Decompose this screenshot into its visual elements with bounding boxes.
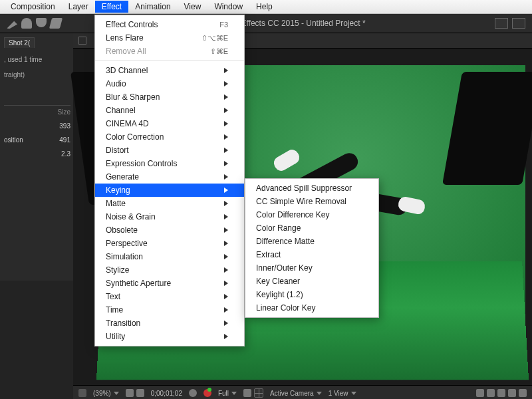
composition-toolbar: (39%) 0;00;01;02 Full Active Camera 1 Vi…	[73, 385, 532, 399]
views-dropdown[interactable]: 1 View	[329, 390, 348, 397]
submenu-arrow-icon	[224, 81, 228, 86]
effect-category-item[interactable]: Matte	[95, 197, 244, 210]
effect-category-item[interactable]: Distort	[95, 144, 244, 157]
effect-category-item[interactable]: CINEMA 4D	[95, 117, 244, 130]
transparency-grid-icon[interactable]	[136, 389, 144, 397]
menu-window[interactable]: Window	[207, 1, 249, 13]
effect-category-item[interactable]: 3D Channel	[95, 64, 244, 77]
effect-category-item[interactable]: Perspective	[95, 237, 244, 250]
effect-category-item[interactable]: Utility	[95, 330, 244, 343]
fast-preview-icon[interactable]	[487, 389, 495, 397]
submenu-arrow-icon	[224, 294, 228, 299]
resolution-icon[interactable]	[126, 389, 134, 397]
effect-category-item[interactable]: Blur & Sharpen	[95, 90, 244, 104]
effect-category-item[interactable]: Keying	[95, 184, 244, 197]
pixel-aspect-icon[interactable]	[476, 389, 484, 397]
zoom-level[interactable]: (39%)	[93, 390, 111, 397]
effect-category-item[interactable]: Audio	[95, 77, 244, 90]
effect-category-item[interactable]: Obsolete	[95, 223, 244, 237]
effect-category-item[interactable]: Expression Controls	[95, 157, 244, 170]
effect-category-item[interactable]: Simulation	[95, 250, 244, 263]
timecode[interactable]: 0;00;01;02	[151, 390, 182, 397]
snapshot-icon[interactable]	[189, 389, 197, 397]
menu-composition[interactable]: Composition	[4, 1, 62, 13]
app-toolbar: Adobe After Effects CC 2015 - Untitled P…	[0, 14, 532, 33]
effect-category-item[interactable]: Synthetic Aperture	[95, 277, 244, 290]
submenu-arrow-icon	[224, 121, 228, 126]
menu-view[interactable]: View	[178, 1, 208, 13]
quality-dropdown[interactable]: Full	[218, 390, 229, 397]
submenu-arrow-icon	[224, 241, 228, 246]
mask-toggle-icon[interactable]	[78, 389, 86, 397]
zoom-dropdown-icon[interactable]	[114, 392, 119, 395]
effect-category-item[interactable]: Stylize	[95, 263, 244, 277]
keying-submenu-item[interactable]: CC Simple Wire Removal	[245, 195, 378, 208]
channel-icon[interactable]	[203, 389, 211, 397]
effect-menu-item[interactable]: Lens Flare⇧⌥⌘E	[95, 31, 244, 45]
submenu-arrow-icon	[224, 161, 228, 166]
effect-menu-item: Remove All⇧⌘E	[95, 45, 244, 58]
stamp-tool-icon[interactable]	[36, 18, 47, 27]
main-area: Shot 2( , used 1 time traight) Size 393 …	[0, 33, 532, 399]
submenu-arrow-icon	[224, 321, 228, 326]
keying-submenu-item[interactable]: Keylight (1.2)	[245, 288, 378, 301]
submenu-arrow-icon	[224, 254, 228, 259]
effect-category-item[interactable]: Color Correction	[95, 130, 244, 144]
submenu-arrow-icon	[224, 227, 228, 233]
brush-tool-icon[interactable]	[21, 18, 32, 29]
project-panel: Shot 2( , used 1 time traight) Size 393 …	[0, 33, 75, 281]
row2-val: 2.3	[61, 150, 70, 158]
pencil-tool-icon[interactable]	[7, 18, 17, 29]
eraser-tool-icon[interactable]	[49, 18, 63, 29]
submenu-arrow-icon	[224, 214, 228, 219]
submenu-arrow-icon	[224, 307, 228, 313]
effect-category-item[interactable]: Time	[95, 303, 244, 317]
exposure-icon[interactable]	[519, 389, 527, 397]
effect-menu-item[interactable]: Effect ControlsF3	[95, 18, 244, 31]
comp-flowchart-icon[interactable]	[508, 389, 516, 397]
keying-submenu-item[interactable]: Key Cleaner	[245, 275, 378, 288]
keying-submenu-item[interactable]: Advanced Spill Suppressor	[245, 182, 378, 195]
region-icon[interactable]	[243, 389, 251, 397]
submenu-arrow-icon	[224, 134, 228, 140]
submenu-arrow-icon	[224, 201, 228, 206]
close-panel-icon[interactable]	[78, 37, 86, 45]
menu-layer[interactable]: Layer	[62, 1, 95, 13]
keying-submenu: Advanced Spill SuppressorCC Simple Wire …	[245, 178, 379, 318]
camera-dropdown[interactable]: Active Camera	[270, 390, 314, 397]
footage-info2: traight)	[4, 71, 70, 78]
keying-submenu-item[interactable]: Inner/Outer Key	[245, 261, 378, 275]
keying-submenu-item[interactable]: Extract	[245, 248, 378, 261]
size-value: 393	[59, 122, 70, 130]
menu-effect[interactable]: Effect	[95, 1, 128, 13]
menu-animation[interactable]: Animation	[128, 1, 177, 13]
effect-category-item[interactable]: Text	[95, 290, 244, 303]
keying-submenu-item[interactable]: Linear Color Key	[245, 301, 378, 315]
keying-submenu-item[interactable]: Difference Matte	[245, 235, 378, 248]
footage-info1: , used 1 time	[4, 56, 70, 63]
submenu-arrow-icon	[224, 188, 228, 193]
effect-category-item[interactable]: Noise & Grain	[95, 210, 244, 223]
quality-dropdown-icon[interactable]	[231, 392, 237, 395]
submenu-arrow-icon	[224, 108, 228, 113]
workspace-layout2-icon[interactable]	[512, 18, 525, 29]
submenu-arrow-icon	[224, 281, 228, 286]
keying-submenu-item[interactable]: Color Range	[245, 221, 378, 235]
camera-dropdown-icon[interactable]	[317, 392, 322, 395]
effect-category-item[interactable]: Transition	[95, 317, 244, 330]
row1-val: 491	[59, 136, 70, 144]
timeline-icon[interactable]	[497, 389, 505, 397]
effect-category-item[interactable]: Channel	[95, 104, 244, 117]
submenu-arrow-icon	[224, 174, 228, 180]
views-dropdown-icon[interactable]	[351, 392, 356, 395]
keying-submenu-item[interactable]: Color Difference Key	[245, 208, 378, 221]
submenu-arrow-icon	[224, 68, 228, 73]
menu-help[interactable]: Help	[249, 1, 279, 13]
project-tab[interactable]: Shot 2(	[4, 37, 35, 48]
workspace-layout-icon[interactable]	[495, 18, 508, 29]
grid-icon[interactable]	[254, 388, 263, 398]
submenu-arrow-icon	[224, 267, 228, 273]
submenu-arrow-icon	[224, 148, 228, 153]
effect-category-item[interactable]: Generate	[95, 170, 244, 184]
menubar: Composition Layer Effect Animation View …	[0, 0, 532, 14]
